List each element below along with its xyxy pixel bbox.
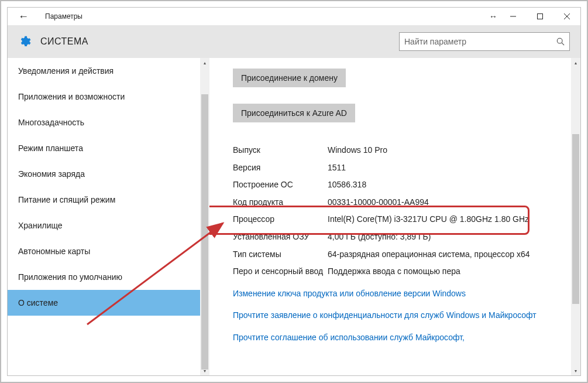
link-privacy-statement[interactable]: Прочтите заявление о конфиденциальности … <box>233 310 569 322</box>
gear-icon <box>18 35 31 48</box>
info-label: Код продукта <box>233 197 328 208</box>
link-services-agreement[interactable]: Прочтите соглашение об использовании слу… <box>233 332 569 344</box>
info-row-product-id: Код продукта 00331-10000-00001-AA994 <box>233 197 569 208</box>
info-label: Выпуск <box>233 145 328 156</box>
info-value: 4,00 ГБ (доступно: 3,89 ГБ) <box>328 231 569 243</box>
page-title: СИСТЕМА <box>40 36 390 47</box>
content-scroll-up[interactable]: ▴ <box>571 58 580 67</box>
info-row-edition: Выпуск Windows 10 Pro <box>233 145 569 156</box>
svg-rect-1 <box>538 14 543 19</box>
maximize-button[interactable] <box>527 8 553 25</box>
sidebar: Уведомления и действия Приложения и возм… <box>8 58 209 375</box>
search-icon <box>556 37 565 46</box>
sidebar-scroll-thumb[interactable] <box>201 94 208 370</box>
info-label: Установленная ОЗУ <box>233 231 328 243</box>
sidebar-scroll-up[interactable]: ▴ <box>200 58 209 67</box>
content-scroll-thumb[interactable] <box>572 134 579 304</box>
search-input[interactable] <box>404 37 556 46</box>
titlebar: ← Параметры ↔ <box>8 8 580 25</box>
info-row-pen-touch: Перо и сенсорный ввод Поддержка ввода с … <box>233 266 569 278</box>
info-label: Построение ОС <box>233 179 328 191</box>
link-change-product-key[interactable]: Изменение ключа продукта или обновление … <box>233 288 569 300</box>
sidebar-scrollbar[interactable]: ▴ ▾ <box>200 58 209 375</box>
join-domain-button[interactable]: Присоединение к домену <box>233 69 346 87</box>
window-title: Параметры <box>45 12 82 20</box>
content-scroll-down[interactable]: ▾ <box>571 366 580 375</box>
move-cursor-icon: ↔ <box>489 12 497 21</box>
join-azure-button[interactable]: Присоединиться к Azure AD <box>233 104 355 122</box>
info-row-processor: Процессор Intel(R) Core(TM) i3-3217U CPU… <box>233 214 569 225</box>
settings-window: ← Параметры ↔ СИСТЕМА <box>7 7 581 376</box>
svg-point-4 <box>557 38 562 43</box>
sidebar-item-multitasking[interactable]: Многозадачность <box>8 110 209 135</box>
sidebar-item-offline-maps[interactable]: Автономные карты <box>8 238 209 264</box>
sidebar-item-notifications[interactable]: Уведомления и действия <box>8 58 209 84</box>
info-row-version: Версия 1511 <box>233 162 569 174</box>
info-row-os-build: Построение ОС 10586.318 <box>233 179 569 191</box>
close-button[interactable] <box>553 8 580 25</box>
info-value: 1511 <box>328 162 569 174</box>
sidebar-scroll-down[interactable]: ▾ <box>200 366 209 375</box>
header-bar: СИСТЕМА <box>8 25 580 58</box>
svg-line-5 <box>562 43 564 45</box>
info-label: Версия <box>233 162 328 174</box>
back-button[interactable]: ← <box>18 11 29 22</box>
info-value: Поддержка ввода с помощью пера <box>328 266 569 278</box>
info-row-system-type: Тип системы 64-разрядная операционная си… <box>233 249 569 261</box>
info-value: 10586.318 <box>328 179 569 191</box>
info-value: 64-разрядная операционная система, проце… <box>328 249 569 261</box>
window-controls <box>500 8 580 25</box>
sidebar-item-default-apps[interactable]: Приложения по умолчанию <box>8 264 209 290</box>
info-label: Процессор <box>233 214 328 225</box>
content-scrollbar[interactable]: ▴ ▾ <box>571 58 580 375</box>
minimize-button[interactable] <box>500 8 527 25</box>
info-value: 00331-10000-00001-AA994 <box>328 197 569 208</box>
sidebar-item-storage[interactable]: Хранилище <box>8 213 209 238</box>
info-label: Перо и сенсорный ввод <box>233 266 328 278</box>
sidebar-item-tablet-mode[interactable]: Режим планшета <box>8 135 209 161</box>
info-value: Intel(R) Core(TM) i3-3217U CPU @ 1.80GHz… <box>328 214 569 225</box>
info-row-ram: Установленная ОЗУ 4,00 ГБ (доступно: 3,8… <box>233 231 569 243</box>
content-pane: Присоединение к домену Присоединиться к … <box>209 58 580 375</box>
search-box[interactable] <box>399 32 570 51</box>
sidebar-item-power-sleep[interactable]: Питание и спящий режим <box>8 187 209 213</box>
sidebar-item-about[interactable]: О системе <box>8 290 209 316</box>
info-label: Тип системы <box>233 249 328 261</box>
info-value: Windows 10 Pro <box>328 145 569 156</box>
sidebar-item-apps-features[interactable]: Приложения и возможности <box>8 84 209 110</box>
sidebar-item-battery-saver[interactable]: Экономия заряда <box>8 161 209 187</box>
